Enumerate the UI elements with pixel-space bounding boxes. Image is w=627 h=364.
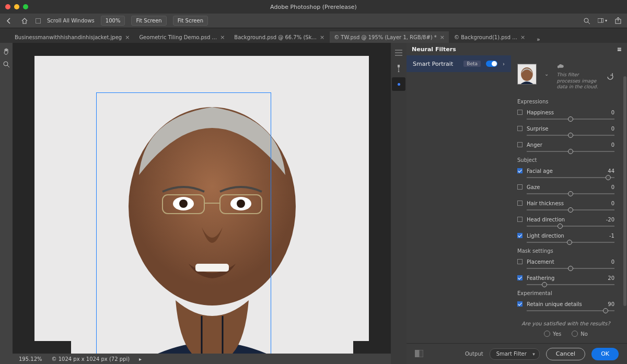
document-tab[interactable]: Background.psd @ 66.7% (Sk...× (230, 31, 329, 43)
slider-head-direction: Head direction-20 (517, 216, 614, 227)
slider-handle[interactable] (568, 266, 573, 271)
slider-checkbox[interactable] (517, 233, 522, 238)
slider-handle[interactable] (567, 240, 572, 245)
canvas-area: 195.12% © 1024 px x 1024 px (72 ppi) ▸ (13, 43, 391, 364)
close-icon[interactable]: × (520, 34, 525, 41)
panel-menu-icon[interactable]: ≡ (617, 46, 622, 53)
reset-icon[interactable] (606, 73, 614, 81)
status-disclosure-icon[interactable]: ▸ (139, 356, 142, 362)
fit-screen-button-2[interactable]: Fit Screen (173, 16, 208, 26)
slider-value: -20 (606, 217, 614, 222)
scroll-all-label: Scroll All Windows (47, 18, 95, 24)
list-view-icon[interactable] (392, 46, 405, 60)
slider-value: 0 (611, 201, 614, 206)
chevron-down-icon[interactable]: ⌄ (543, 64, 551, 77)
cancel-button[interactable]: Cancel (546, 348, 585, 360)
tabs-overflow-icon[interactable]: » (533, 36, 543, 43)
document-dimensions: © 1024 px x 1024 px (72 ppi) (52, 356, 130, 362)
document-tab[interactable]: Geometric Tiling Demo.psd ...× (135, 31, 229, 43)
slider-label: Surprise (527, 126, 548, 132)
slider-handle[interactable] (542, 282, 547, 287)
slider-checkbox[interactable] (517, 217, 522, 222)
slider-track[interactable] (527, 226, 614, 227)
search-icon[interactable] (582, 16, 591, 26)
slider-checkbox[interactable] (517, 126, 522, 131)
slider-track[interactable] (527, 268, 614, 269)
close-icon[interactable]: × (320, 34, 324, 41)
slider-track[interactable] (527, 151, 614, 152)
workspace-switcher-icon[interactable]: ▾ (598, 16, 607, 26)
scrollbar-thumb[interactable] (623, 76, 626, 306)
filter-category-active-icon[interactable] (392, 77, 405, 91)
smart-portrait-row[interactable]: Smart Portrait Beta › (407, 55, 511, 72)
svg-rect-14 (398, 65, 400, 67)
slider-checkbox[interactable] (517, 301, 522, 307)
chevron-right-icon: › (503, 61, 505, 67)
face-thumbnail[interactable] (517, 64, 537, 85)
slider-value: -1 (609, 233, 614, 239)
hand-tool-icon[interactable] (3, 48, 10, 55)
slider-label: Retain unique details (527, 301, 582, 307)
fit-screen-button-1[interactable]: Fit Screen (131, 16, 166, 26)
close-icon[interactable]: × (220, 34, 225, 41)
filters-list-column: Smart Portrait Beta › (407, 55, 511, 343)
tab-label: © TW.psd @ 195% (Layer 1, RGB/8#) * (334, 34, 437, 40)
slider-handle[interactable] (558, 224, 563, 229)
slider-checkbox[interactable] (517, 184, 522, 190)
slider-track[interactable] (527, 310, 614, 311)
slider-checkbox[interactable] (517, 259, 522, 264)
slider-track[interactable] (527, 135, 614, 136)
panel-scrollbar[interactable] (623, 55, 627, 343)
slider-track[interactable] (527, 119, 614, 120)
filter-toggle[interactable] (486, 61, 497, 67)
canvas-viewport[interactable] (13, 43, 391, 354)
before-after-icon[interactable] (415, 350, 423, 358)
slider-checkbox[interactable] (517, 142, 522, 147)
slider-handle[interactable] (568, 149, 573, 154)
slider-track[interactable] (527, 193, 614, 194)
slider-handle[interactable] (606, 175, 611, 180)
slider-checkbox[interactable] (517, 168, 522, 173)
share-icon[interactable] (613, 16, 623, 26)
filter-category-icon[interactable] (392, 62, 405, 75)
home-icon[interactable] (20, 16, 29, 26)
scroll-all-windows-checkbox[interactable]: Scroll All Windows (36, 18, 95, 24)
back-icon[interactable] (4, 16, 14, 26)
document-tab-active[interactable]: © TW.psd @ 195% (Layer 1, RGB/8#) *× (330, 31, 449, 43)
slider-handle[interactable] (568, 133, 573, 138)
document-tab[interactable]: © Background(1).psd ...× (450, 31, 529, 43)
slider-retain-unique-details: Retain unique details90 (517, 300, 614, 311)
close-icon[interactable]: × (440, 34, 445, 41)
slider-track[interactable] (527, 177, 614, 178)
zoom-level[interactable]: 195.12% (19, 356, 42, 362)
slider-label: Facial age (527, 168, 553, 174)
slider-handle[interactable] (568, 116, 573, 122)
slider-checkbox[interactable] (517, 201, 522, 206)
neural-filters-panel: Neural Filters ≡ Smart Portrait Beta › (407, 43, 627, 364)
feedback-yes-button[interactable]: Yes (544, 331, 561, 337)
slider-track[interactable] (527, 242, 614, 243)
zoom-tool-icon[interactable] (3, 61, 10, 68)
slider-handle[interactable] (568, 207, 573, 213)
ok-button[interactable]: OK (591, 348, 619, 360)
canvas[interactable] (34, 56, 369, 341)
slider-checkbox[interactable] (517, 110, 522, 115)
close-icon[interactable]: × (125, 34, 130, 41)
feedback-no-button[interactable]: No (572, 331, 588, 337)
output-select[interactable]: Smart Filter (490, 348, 540, 360)
zoom-percent-button[interactable]: 100% (101, 16, 125, 26)
slider-track[interactable] (527, 209, 614, 210)
slider-track[interactable] (527, 284, 614, 285)
document-tab[interactable]: Businessmanwithhishandinhisjacket.jpeg× (10, 31, 134, 43)
slider-handle[interactable] (603, 308, 608, 313)
slider-handle[interactable] (568, 191, 573, 196)
slider-gaze: Gaze0 (517, 183, 614, 194)
slider-value: 0 (611, 142, 614, 148)
slider-value: 20 (608, 275, 614, 281)
slider-checkbox[interactable] (517, 275, 522, 280)
slider-facial-age: Facial age44 (517, 167, 614, 178)
slider-happiness: Happiness0 (517, 109, 614, 120)
options-bar: Scroll All Windows 100% Fit Screen Fit S… (0, 14, 627, 28)
selection-marquee[interactable] (96, 92, 271, 354)
status-bar: 195.12% © 1024 px x 1024 px (72 ppi) ▸ (13, 354, 391, 364)
